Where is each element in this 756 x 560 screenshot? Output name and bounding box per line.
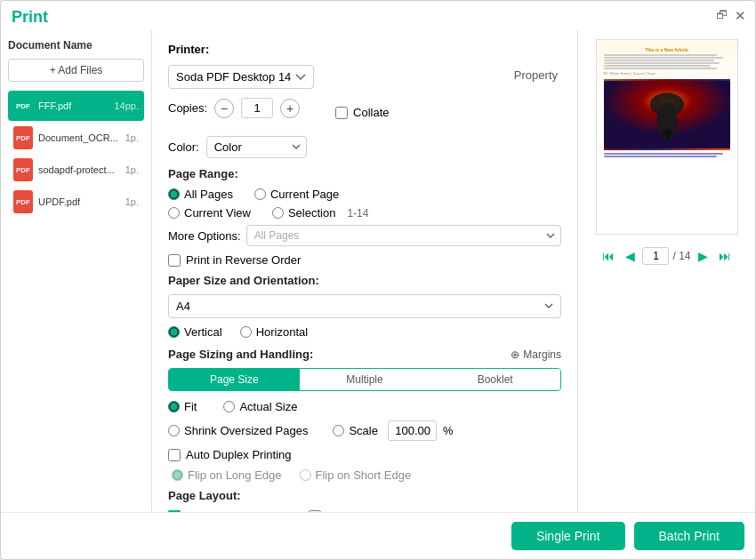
- duplex-section: Auto Duplex Printing Flip on Long Edge F…: [168, 448, 561, 482]
- copies-label: Copies:: [168, 101, 207, 115]
- add-files-button[interactable]: + Add Files: [8, 59, 144, 82]
- file-name-0: FFF.pdf: [38, 100, 109, 111]
- file-name-3: UPDF.pdf: [38, 196, 120, 207]
- preview-byline: BY: Writer Name | Source | Topic: [604, 71, 730, 76]
- vertical-option[interactable]: Vertical: [168, 325, 222, 339]
- preview-controls: ⏮ ◀ / 14 ▶ ⏭: [599, 247, 734, 265]
- main-panel: Printer: Soda PDF Desktop 14 Property Co…: [152, 30, 755, 512]
- copies-row: Copies: − +: [168, 98, 300, 118]
- margins-label: Margins: [523, 348, 561, 361]
- preview-next-button[interactable]: ▶: [695, 247, 712, 265]
- duplex-checkbox-row: Auto Duplex Printing: [168, 448, 561, 461]
- current-page-radio[interactable]: [254, 188, 266, 200]
- all-pages-option[interactable]: All Pages: [168, 188, 233, 201]
- selection-label: Selection: [288, 206, 335, 220]
- restore-icon[interactable]: 🗗: [716, 8, 728, 24]
- copies-input[interactable]: [241, 98, 273, 118]
- preview-prev-button[interactable]: ◀: [622, 247, 639, 265]
- file-item-0[interactable]: PDF FFF.pdf 14pp.: [8, 91, 144, 121]
- titlebar: Print 🗗 ✕: [1, 1, 755, 30]
- preview-text-block1: [604, 54, 730, 69]
- file-item-1[interactable]: PDF Document_OCR... 1p.: [8, 123, 144, 153]
- flip-short-option[interactable]: Flip on Short Edge: [300, 468, 412, 482]
- page-range-title: Page Range:: [168, 167, 561, 180]
- page-layout-title: Page Layout:: [168, 489, 561, 502]
- scale-radio[interactable]: [333, 425, 344, 436]
- file-pages-1: 1p.: [125, 132, 139, 143]
- orientation-row: Vertical Horizontal: [168, 325, 561, 339]
- more-options-row: More Options: All Pages: [168, 225, 561, 246]
- paper-size-title: Paper Size and Orientation:: [168, 274, 561, 287]
- fit-label: Fit: [184, 400, 197, 413]
- duplex-sub-options: Flip on Long Edge Flip on Short Edge: [168, 468, 561, 482]
- printer-left: Soda PDF Desktop 14: [168, 65, 511, 89]
- preview-page-input[interactable]: [642, 247, 669, 265]
- vertical-label: Vertical: [184, 325, 222, 339]
- fit-option[interactable]: Fit: [168, 400, 197, 413]
- collate-checkbox[interactable]: [335, 107, 348, 119]
- content-area: Document Name + Add Files PDF FFF.pdf 14…: [1, 30, 755, 512]
- batch-print-button[interactable]: Batch Print: [634, 522, 744, 550]
- tab-booklet[interactable]: Booklet: [430, 369, 560, 390]
- scale-unit: %: [443, 424, 454, 437]
- flip-short-radio[interactable]: [300, 469, 311, 481]
- fit-row: Fit Actual Size: [168, 400, 561, 413]
- tab-multiple[interactable]: Multiple: [300, 369, 430, 390]
- color-label: Color:: [168, 140, 199, 154]
- scale-input[interactable]: 100.00: [388, 420, 437, 441]
- shrink-radio[interactable]: [168, 425, 180, 436]
- flip-long-label: Flip on Long Edge: [188, 468, 282, 482]
- file-list: PDF FFF.pdf 14pp. PDF Document_OCR... 1p…: [8, 91, 144, 217]
- horizontal-option[interactable]: Horizontal: [240, 325, 309, 339]
- all-pages-label: All Pages: [184, 188, 233, 201]
- file-item-2[interactable]: PDF sodapdf-protect... 1p.: [8, 155, 144, 185]
- preview-last-button[interactable]: ⏭: [715, 247, 735, 265]
- file-item-3[interactable]: PDF UPDF.pdf 1p.: [8, 187, 144, 217]
- selection-radio[interactable]: [272, 207, 284, 219]
- property-button[interactable]: Property: [511, 67, 561, 84]
- reverse-order-checkbox[interactable]: [168, 254, 181, 267]
- svg-point-4: [662, 128, 672, 138]
- shrink-option[interactable]: Shrink Oversized Pages: [168, 424, 308, 437]
- collate-row: Collate: [335, 106, 389, 119]
- printer-select[interactable]: Soda PDF Desktop 14: [168, 65, 314, 89]
- single-print-button[interactable]: Single Print: [511, 522, 625, 550]
- selection-option[interactable]: Selection 1-14: [272, 206, 369, 220]
- flip-long-option[interactable]: Flip on Long Edge: [172, 468, 282, 482]
- current-view-label: Current View: [184, 206, 251, 220]
- pdf-icon-2: PDF: [13, 158, 33, 181]
- horizontal-label: Horizontal: [256, 325, 309, 339]
- horizontal-radio[interactable]: [240, 326, 252, 338]
- paper-size-select[interactable]: A4: [168, 294, 561, 318]
- color-select[interactable]: Color Black & White: [206, 136, 307, 158]
- settings-panel: Printer: Soda PDF Desktop 14 Property Co…: [152, 30, 577, 512]
- copies-decrement-button[interactable]: −: [214, 99, 234, 118]
- close-icon[interactable]: ✕: [735, 8, 746, 24]
- more-options-select[interactable]: All Pages: [246, 225, 561, 246]
- reverse-order-row: Print in Reverse Order: [168, 253, 561, 267]
- current-view-radio[interactable]: [168, 207, 180, 219]
- file-name-2: sodapdf-protect...: [38, 164, 120, 175]
- flip-long-radio[interactable]: [172, 469, 183, 481]
- current-page-option[interactable]: Current Page: [254, 188, 339, 201]
- file-pages-3: 1p.: [125, 196, 139, 207]
- current-view-option[interactable]: Current View: [168, 206, 251, 220]
- file-pages-0: 14pp.: [114, 100, 139, 111]
- fit-radio[interactable]: [168, 401, 180, 412]
- tab-page-size[interactable]: Page Size: [169, 369, 300, 390]
- margins-button[interactable]: ⊕ Margins: [511, 348, 561, 361]
- titlebar-controls: 🗗 ✕: [716, 8, 746, 24]
- left-panel: Document Name + Add Files PDF FFF.pdf 14…: [1, 30, 152, 512]
- copies-increment-button[interactable]: +: [280, 99, 300, 118]
- all-pages-radio[interactable]: [168, 188, 180, 200]
- actual-size-option[interactable]: Actual Size: [223, 400, 297, 413]
- preview-first-button[interactable]: ⏮: [599, 247, 618, 265]
- page-range-row1: All Pages Current Page: [168, 188, 561, 201]
- scale-option[interactable]: Scale 100.00 %: [333, 420, 453, 441]
- printer-select-row: Soda PDF Desktop 14 Property: [168, 65, 561, 89]
- duplex-checkbox[interactable]: [168, 449, 181, 461]
- current-page-label: Current Page: [270, 188, 339, 201]
- preview-image: This is a New Article BY: Writer Name | …: [596, 39, 738, 235]
- actual-size-radio[interactable]: [223, 401, 235, 412]
- vertical-radio[interactable]: [168, 326, 180, 338]
